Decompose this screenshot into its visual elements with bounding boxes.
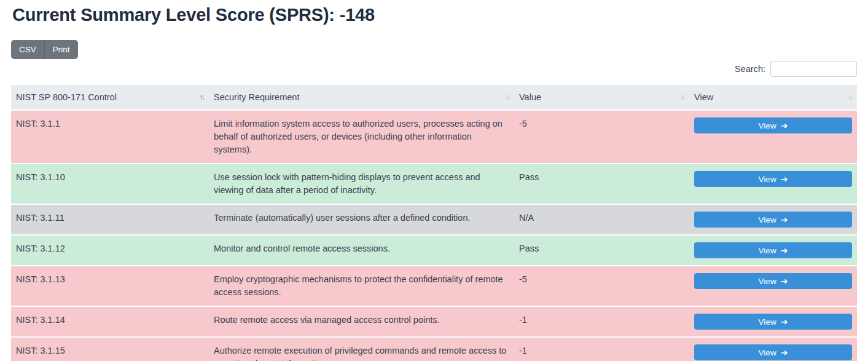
view-button-label: View bbox=[759, 175, 776, 184]
requirement-cell: Monitor and control remote access sessio… bbox=[209, 235, 514, 266]
control-cell: NIST: 3.1.14 bbox=[11, 306, 209, 337]
sort-icon: ↑↓ bbox=[848, 93, 854, 101]
arrow-right-icon: ➔ bbox=[781, 277, 788, 285]
sort-icon: ↑↓ bbox=[505, 93, 511, 101]
view-button-label: View bbox=[759, 121, 776, 130]
column-header-control[interactable]: NIST SP 800-171 Control ↑↓ bbox=[11, 85, 209, 110]
column-header-label: Security Requirement bbox=[214, 92, 299, 102]
column-header-label: Value bbox=[519, 92, 541, 102]
requirement-cell: Terminate (automatically) user sessions … bbox=[209, 204, 514, 235]
requirement-cell: Use session lock with pattern-hiding dis… bbox=[209, 164, 514, 204]
arrow-right-icon: ➔ bbox=[781, 121, 788, 130]
view-button[interactable]: View ➔ bbox=[694, 117, 852, 133]
view-button[interactable]: View ➔ bbox=[694, 242, 852, 258]
table-body: NIST: 3.1.1 Limit information system acc… bbox=[11, 110, 857, 361]
column-header-value[interactable]: Value ↑↓ bbox=[514, 85, 689, 110]
sort-icon: ↑↓ bbox=[200, 93, 206, 101]
arrow-right-icon: ➔ bbox=[781, 175, 788, 183]
table-row: NIST: 3.1.12 Monitor and control remote … bbox=[11, 235, 857, 266]
view-button[interactable]: View ➔ bbox=[694, 171, 852, 187]
value-cell: -1 bbox=[514, 337, 689, 361]
table-row: NIST: 3.1.11 Terminate (automatically) u… bbox=[11, 204, 857, 235]
view-button-label: View bbox=[759, 317, 776, 327]
control-cell: NIST: 3.1.10 bbox=[11, 164, 209, 204]
value-cell: -1 bbox=[514, 306, 689, 337]
value-cell: -5 bbox=[514, 110, 689, 164]
sort-icon: ↑↓ bbox=[680, 93, 686, 101]
arrow-right-icon: ➔ bbox=[781, 317, 788, 326]
arrow-right-icon: ➔ bbox=[781, 215, 788, 224]
search-input[interactable] bbox=[770, 61, 857, 77]
view-button[interactable]: View ➔ bbox=[694, 212, 852, 228]
column-header-view[interactable]: View ↑↓ bbox=[689, 85, 857, 110]
sprs-table: NIST SP 800-171 Control ↑↓ Security Requ… bbox=[11, 85, 857, 361]
view-cell: View ➔ bbox=[689, 266, 857, 306]
requirement-cell: Limit information system access to autho… bbox=[209, 110, 514, 164]
control-cell: NIST: 3.1.12 bbox=[11, 235, 209, 266]
table-row: NIST: 3.1.1 Limit information system acc… bbox=[11, 110, 857, 164]
view-button[interactable]: View ➔ bbox=[694, 344, 852, 360]
export-button-group: CSV Print bbox=[11, 40, 78, 59]
control-cell: NIST: 3.1.15 bbox=[11, 337, 209, 361]
control-cell: NIST: 3.1.11 bbox=[11, 204, 209, 235]
view-button-label: View bbox=[759, 348, 776, 357]
requirement-cell: Employ cryptographic mechanisms to prote… bbox=[209, 266, 514, 306]
view-button[interactable]: View ➔ bbox=[694, 273, 852, 289]
csv-button[interactable]: CSV bbox=[11, 40, 44, 59]
export-toolbar: CSV Print bbox=[11, 40, 857, 59]
value-cell: Pass bbox=[514, 164, 689, 204]
value-cell: Pass bbox=[514, 235, 689, 266]
table-row: NIST: 3.1.13 Employ cryptographic mechan… bbox=[11, 266, 857, 306]
view-cell: View ➔ bbox=[689, 164, 857, 204]
value-cell: -5 bbox=[514, 266, 689, 306]
view-button-label: View bbox=[759, 246, 776, 255]
view-button-label: View bbox=[759, 277, 776, 286]
table-row: NIST: 3.1.14 Route remote access via man… bbox=[11, 306, 857, 337]
table-row: NIST: 3.1.10 Use session lock with patte… bbox=[11, 164, 857, 204]
view-cell: View ➔ bbox=[689, 306, 857, 337]
search-label: Search: bbox=[735, 64, 765, 74]
column-header-label: View bbox=[694, 92, 713, 102]
table-row: NIST: 3.1.15 Authorize remote execution … bbox=[11, 337, 857, 361]
page-title: Current Summary Level Score (SPRS): -148 bbox=[12, 5, 857, 25]
requirement-cell: Route remote access via managed access c… bbox=[209, 306, 514, 337]
value-cell: N/A bbox=[514, 204, 689, 235]
view-button[interactable]: View ➔ bbox=[694, 314, 852, 330]
view-cell: View ➔ bbox=[689, 110, 857, 164]
search-row: Search: bbox=[11, 60, 857, 77]
table-header: NIST SP 800-171 Control ↑↓ Security Requ… bbox=[11, 85, 857, 110]
arrow-right-icon: ➔ bbox=[781, 348, 788, 357]
control-cell: NIST: 3.1.13 bbox=[11, 266, 209, 306]
view-cell: View ➔ bbox=[689, 235, 857, 266]
column-header-requirement[interactable]: Security Requirement ↑↓ bbox=[209, 85, 514, 110]
requirement-cell: Authorize remote execution of privileged… bbox=[209, 337, 514, 361]
view-button-label: View bbox=[759, 215, 776, 224]
column-header-label: NIST SP 800-171 Control bbox=[16, 92, 117, 102]
print-button[interactable]: Print bbox=[44, 40, 78, 59]
page: Current Summary Level Score (SPRS): -148… bbox=[0, 5, 868, 361]
arrow-right-icon: ➔ bbox=[781, 246, 788, 255]
view-cell: View ➔ bbox=[689, 337, 857, 361]
view-cell: View ➔ bbox=[689, 204, 857, 235]
control-cell: NIST: 3.1.1 bbox=[11, 110, 209, 164]
